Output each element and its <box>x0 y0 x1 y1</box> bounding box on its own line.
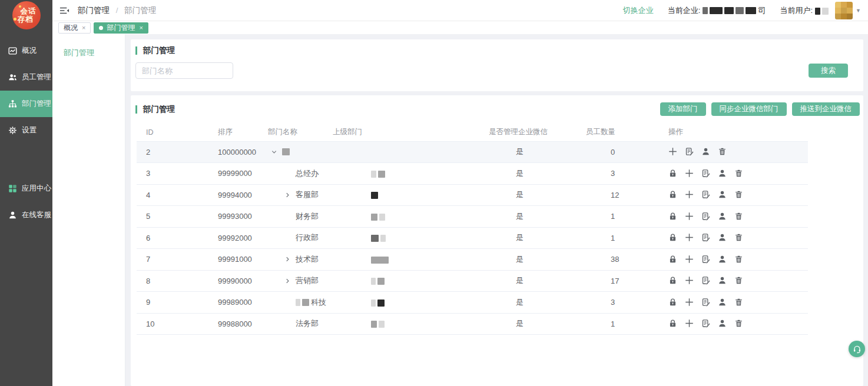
sidebar-item-label: 设置 <box>22 125 37 135</box>
edit-icon[interactable] <box>701 212 711 221</box>
members-icon[interactable] <box>718 276 727 285</box>
cell-employee-count: 17 <box>586 270 668 292</box>
edit-icon[interactable] <box>701 276 711 285</box>
breadcrumb-root[interactable]: 部门管理 <box>78 6 110 15</box>
redacted-block <box>296 299 300 306</box>
table-row[interactable]: 599993000财务部是1 <box>137 206 808 228</box>
add-child-icon[interactable] <box>685 319 694 328</box>
cell-id: 5 <box>137 206 218 228</box>
delete-icon[interactable] <box>734 298 744 307</box>
lock-icon[interactable] <box>668 233 678 242</box>
cell-parent-department <box>333 292 489 314</box>
redacted-block <box>377 278 385 285</box>
cell-manages-wecom: 是 <box>489 313 586 335</box>
subnav-item-departments[interactable]: 部门管理 <box>52 47 125 59</box>
sidebar-item-online-support[interactable]: 在线客服 <box>0 202 52 228</box>
delete-icon[interactable] <box>734 169 744 178</box>
collapse-caret-icon[interactable] <box>284 256 296 262</box>
sidebar-item-overview[interactable]: 概况 <box>0 38 52 64</box>
department-name-input[interactable] <box>135 62 233 79</box>
push-to-wecom-button[interactable]: 推送到企业微信 <box>792 102 860 116</box>
table-row[interactable]: 799991000技术部是38 <box>137 249 808 271</box>
table-row[interactable]: 899990000营销部是17 <box>137 270 808 292</box>
delete-icon[interactable] <box>734 212 744 221</box>
members-icon[interactable] <box>718 212 727 221</box>
tab-bar: 概况×部门管理× <box>52 21 868 34</box>
menu-fold-icon[interactable] <box>59 6 69 15</box>
cell-parent-department <box>333 141 489 163</box>
tree-cell <box>268 148 333 155</box>
lock-icon[interactable] <box>668 298 678 307</box>
lock-icon[interactable] <box>668 255 678 264</box>
edit-icon[interactable] <box>701 255 711 264</box>
members-icon[interactable] <box>718 233 727 242</box>
lock-icon[interactable] <box>668 212 678 221</box>
cell-actions <box>668 184 808 206</box>
members-icon[interactable] <box>701 147 711 157</box>
edit-icon[interactable] <box>701 233 711 242</box>
members-icon[interactable] <box>718 169 727 178</box>
collapse-caret-icon[interactable] <box>284 192 296 198</box>
switch-company-link[interactable]: 切换企业 <box>623 5 654 16</box>
user-menu-caret-icon[interactable]: ▼ <box>856 8 861 14</box>
table-row[interactable]: 699992000行政部是1 <box>137 227 808 249</box>
customer-service-button[interactable] <box>849 341 865 357</box>
add-child-icon[interactable] <box>685 298 694 307</box>
delete-icon[interactable] <box>734 190 744 199</box>
cell-sort: 99989000 <box>218 292 268 314</box>
expand-caret-icon[interactable] <box>271 149 282 155</box>
members-icon[interactable] <box>718 255 727 264</box>
lock-icon[interactable] <box>668 190 678 199</box>
lock-icon[interactable] <box>668 319 678 328</box>
lock-icon[interactable] <box>668 169 678 178</box>
sidebar-item-app-center[interactable]: 应用中心 <box>0 175 52 202</box>
cell-actions <box>668 163 808 185</box>
delete-icon[interactable] <box>734 255 744 264</box>
table-row[interactable]: 399999000总经办是3 <box>137 163 808 185</box>
delete-icon[interactable] <box>734 233 744 242</box>
add-child-icon[interactable] <box>685 276 694 285</box>
table-row[interactable]: 1099988000法务部是1 <box>137 313 808 335</box>
add-child-icon[interactable] <box>685 212 694 221</box>
app-logo[interactable]: 会话 存档 <box>0 0 52 38</box>
delete-icon[interactable] <box>734 276 744 285</box>
active-dot-icon <box>99 26 103 30</box>
sidebar-item-departments[interactable]: 部门管理 <box>0 91 52 117</box>
close-tab-icon[interactable]: × <box>82 24 85 31</box>
sidebar-item-employees[interactable]: 员工管理 <box>0 64 52 91</box>
edit-icon[interactable] <box>701 169 711 178</box>
sidebar-item-settings[interactable]: 设置 <box>0 117 52 144</box>
edit-icon[interactable] <box>701 298 711 307</box>
table-row[interactable]: 499994000客服部是12 <box>137 184 808 206</box>
add-child-icon[interactable] <box>685 190 694 199</box>
column-header: 是否管理企业微信 <box>489 124 586 141</box>
add-child-icon[interactable] <box>685 169 694 178</box>
add-department-button[interactable]: 添加部门 <box>660 102 706 116</box>
user-avatar[interactable] <box>835 2 853 19</box>
edit-icon[interactable] <box>701 190 711 199</box>
add-child-icon[interactable] <box>668 147 678 157</box>
table-row[interactable]: 2100000000是0 <box>137 141 808 163</box>
gear-icon <box>8 126 17 135</box>
table-row[interactable]: 999989000科技是3 <box>137 292 808 314</box>
members-icon[interactable] <box>718 319 727 328</box>
tab-overview[interactable]: 概况× <box>58 22 91 34</box>
body-row: 部门管理 部门管理 搜索 部门管 <box>52 34 868 386</box>
tab-departments[interactable]: 部门管理× <box>94 22 148 34</box>
members-icon[interactable] <box>718 298 727 307</box>
search-button[interactable]: 搜索 <box>809 64 848 78</box>
sync-wecom-departments-button[interactable]: 同步企业微信部门 <box>711 102 787 116</box>
edit-icon[interactable] <box>701 319 711 328</box>
edit-icon[interactable] <box>685 147 694 157</box>
row-actions <box>668 298 808 307</box>
delete-icon[interactable] <box>734 319 744 328</box>
collapse-caret-icon[interactable] <box>284 278 296 284</box>
add-child-icon[interactable] <box>685 233 694 242</box>
delete-icon[interactable] <box>718 147 727 157</box>
add-child-icon[interactable] <box>685 255 694 264</box>
members-icon[interactable] <box>718 190 727 199</box>
lock-icon[interactable] <box>668 276 678 285</box>
close-tab-icon[interactable]: × <box>139 24 143 31</box>
app-root: 会话 存档 概况员工管理部门管理设置应用中心在线客服 部门管理 / 部门管理 <box>0 0 868 386</box>
current-user-label: 当前用户: <box>780 5 813 16</box>
